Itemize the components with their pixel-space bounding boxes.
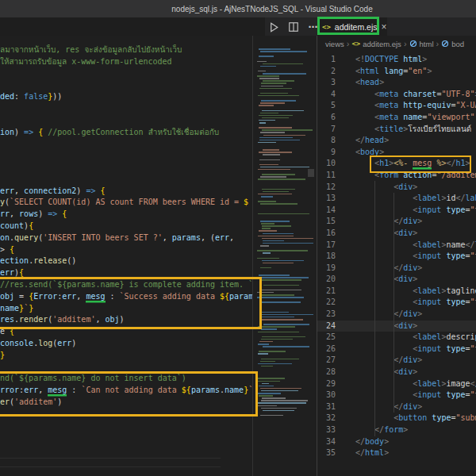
code-line[interactable]: rr, rows) => { (0, 209, 253, 221)
code-line[interactable]: ให้สามารถรับข้อมูล x-www-form-urlencoded (0, 56, 253, 68)
minimap-line (261, 366, 274, 367)
code-line[interactable] (0, 115, 253, 127)
code-line[interactable]: ion) => { //pool.getConnection สำหรับใช้… (0, 127, 253, 139)
minimap-line (260, 113, 278, 114)
code-line[interactable]: 9<body> (317, 147, 476, 159)
minimap-line (260, 267, 271, 269)
code-line[interactable]: 35</html> (317, 447, 476, 459)
code-line[interactable]: 34</body> (317, 436, 476, 448)
code-line[interactable]: console.log(err) (0, 338, 253, 350)
code-line[interactable] (0, 68, 253, 80)
code-line[interactable]: 1<!DOCTYPE html> (317, 54, 476, 66)
split-editor-button[interactable] (287, 21, 300, 33)
breadcrumb-separator: › (404, 39, 407, 48)
line-number: 7 (317, 124, 347, 136)
code-line[interactable] (0, 162, 253, 174)
code-line[interactable] (0, 103, 253, 115)
right-editor-code[interactable]: 1<!DOCTYPE html>2<html lang="en">3<head>… (317, 54, 476, 459)
code-line[interactable]: err){ (0, 267, 253, 279)
code-line[interactable]: 26 <input type="t (317, 344, 476, 355)
code-line[interactable]: res.render('additem', obj) (0, 314, 253, 326)
code-line[interactable]: 23 </div> (317, 309, 476, 321)
minimap[interactable] (255, 45, 314, 418)
code-line[interactable]: > { (0, 244, 253, 256)
code-line[interactable] (0, 150, 253, 162)
code-line[interactable]: 18 <input type="t (317, 251, 476, 263)
line-number: 6 (317, 112, 347, 124)
code-line[interactable] (0, 79, 253, 91)
left-editor-scrollbar[interactable] (252, 36, 253, 476)
code-line[interactable]: 4 <meta charset="UTF-8"> (317, 89, 476, 101)
minimap-line (257, 61, 267, 63)
breadcrumb-item-html[interactable]: html (409, 40, 434, 48)
code-line[interactable]: y(`SELECT COUNT(id) AS count FROM beers … (0, 197, 253, 209)
line-number: 2 (317, 66, 347, 78)
code-line[interactable]: 2<html lang="en"> (317, 66, 476, 78)
code-line[interactable]: 27 </div> (317, 355, 476, 367)
code-line[interactable] (0, 362, 253, 374)
code-line[interactable]: 5 <meta http-equiv="X-UA (317, 100, 476, 112)
minimap-line (261, 359, 299, 360)
code-line[interactable]: 8</head> (317, 135, 476, 147)
code-line[interactable]: ลมาจากหน้าเว็บ, res จะส่งข้อมูลกลับไปยัง… (0, 44, 253, 56)
code-line[interactable]: er('additem') (0, 397, 253, 409)
code-line[interactable]: } (0, 350, 253, 362)
code-line[interactable]: 15 </div> (317, 216, 476, 228)
line-number: 32 (317, 413, 347, 424)
tab-additem-ejs[interactable]: <> additem.ejs × (317, 17, 387, 36)
code-line[interactable] (0, 138, 253, 150)
code-line[interactable]: //res.send(`${params.name} is complete a… (0, 279, 253, 291)
tab-close-icon[interactable]: × (382, 21, 387, 33)
code-line[interactable]: 32 <button type="subm (317, 413, 476, 424)
code-line[interactable] (0, 174, 253, 186)
code-line[interactable]: 19 </div> (317, 263, 476, 274)
code-line[interactable]: rror:err, mesg : `Can not adding data ${… (0, 385, 253, 397)
minimap-line (261, 408, 298, 409)
minimap-line (259, 115, 293, 117)
code-line[interactable]: 20 <div> (317, 274, 476, 286)
minimap-line (258, 213, 309, 215)
code-line[interactable]: obj = {Error:err, mesg : `Success adding… (0, 291, 253, 303)
code-line[interactable]: on.query('INSERT INTO beers SET ?', para… (0, 232, 253, 244)
line-number: 19 (317, 263, 347, 274)
code-line[interactable]: count){ (0, 221, 253, 232)
code-line[interactable]: 31 </div> (317, 401, 476, 413)
code-line[interactable]: 29 <label>image</ (317, 378, 476, 390)
code-line[interactable]: 21 <label>tagline (317, 286, 476, 298)
code-line[interactable]: 24 <div> (317, 321, 476, 332)
line-number: 29 (317, 378, 347, 390)
code-line[interactable]: 16 <div> (317, 228, 476, 240)
minimap-line (260, 51, 307, 52)
code-line[interactable]: 17 <label>name</l (317, 240, 476, 251)
code-line[interactable]: err, connection2) => { (0, 186, 253, 198)
breadcrumb: views › <> additem.ejs › html › bod (317, 36, 476, 52)
code-line[interactable]: 12 <div> (317, 182, 476, 194)
code-line[interactable]: 3<head> (317, 77, 476, 89)
left-editor-code[interactable]: ลมาจากหน้าเว็บ, res จะส่งข้อมูลกลับไปยัง… (0, 44, 253, 409)
code-line[interactable]: 6 <meta name="viewport" (317, 112, 476, 124)
code-line[interactable]: e { (0, 326, 253, 338)
code-line[interactable]: 30 <input type="t (317, 390, 476, 401)
breadcrumb-item-views[interactable]: views (325, 40, 344, 48)
code-line[interactable]: name}`} (0, 303, 253, 315)
code-line[interactable]: 11 <form action="/additem (317, 170, 476, 182)
code-line[interactable]: nd(`${params.name} do not insert data`) (0, 373, 253, 385)
code-line[interactable]: 25 <label>descrip (317, 332, 476, 344)
code-line[interactable]: 22 <input type="t (317, 297, 476, 309)
ejs-file-icon: <> (322, 23, 331, 31)
code-line[interactable]: 33 </form> (317, 424, 476, 436)
code-line[interactable]: ded: false})) (0, 91, 253, 103)
code-line[interactable]: ection.release() (0, 255, 253, 267)
code-line[interactable]: 7 <title>โรงเบียร์ไทยแลนด์ (317, 124, 476, 136)
code-line[interactable]: 14 <input type="t (317, 205, 476, 217)
minimap-line (262, 314, 313, 316)
minimap-line (258, 332, 299, 333)
minimap-line (259, 48, 290, 50)
run-button[interactable] (267, 21, 280, 33)
breadcrumb-item-body[interactable]: bod (441, 40, 464, 48)
code-line[interactable]: 13 <label>id</lab (317, 193, 476, 205)
breadcrumb-item-file[interactable]: <> additem.ejs (351, 40, 401, 48)
code-line[interactable]: 28 <div> (317, 367, 476, 378)
code-line[interactable]: 10 <h1><%- mesg %></h1> (317, 158, 476, 170)
minimap-line (259, 351, 286, 352)
